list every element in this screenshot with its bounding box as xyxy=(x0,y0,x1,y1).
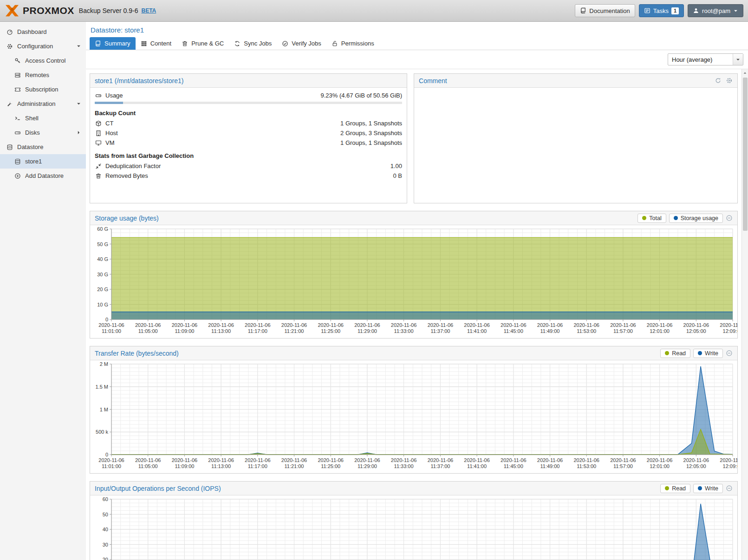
svg-text:11:29:00: 11:29:00 xyxy=(358,463,377,469)
svg-text:2020-11-06: 2020-11-06 xyxy=(537,322,563,328)
sidebar-item-label: Shell xyxy=(25,115,39,122)
database-icon xyxy=(6,144,13,150)
sidebar-item-store1[interactable]: store1 xyxy=(0,154,86,169)
legend-item-total[interactable]: Total xyxy=(637,214,666,223)
legend-label: Write xyxy=(705,350,718,357)
svg-text:50: 50 xyxy=(103,512,108,517)
svg-text:2020-11-06: 2020-11-06 xyxy=(683,322,709,328)
svg-text:11:09:00: 11:09:00 xyxy=(175,463,194,469)
tab-label: Content xyxy=(150,40,172,47)
user-label: root@pam xyxy=(702,7,730,14)
legend-item-write[interactable]: Write xyxy=(693,349,723,358)
tasks-label: Tasks xyxy=(653,7,669,14)
svg-text:2020-11-06: 2020-11-06 xyxy=(172,322,197,328)
beta-link[interactable]: BETA xyxy=(141,7,156,14)
chevron-down-icon xyxy=(733,54,743,65)
terminal-icon xyxy=(14,115,21,122)
svg-text:2020-11-06: 2020-11-06 xyxy=(464,322,489,328)
tab-label: Verify Jobs xyxy=(292,40,321,47)
svg-text:2020-11-06: 2020-11-06 xyxy=(135,457,161,463)
ticket-icon xyxy=(14,86,21,93)
backup-count-row-ct: CT 1 Groups, 1 Snapshots xyxy=(90,118,407,128)
sidebar-item-label: Configuration xyxy=(17,43,53,50)
svg-text:20: 20 xyxy=(103,557,108,560)
svg-text:2020-11-06: 2020-11-06 xyxy=(208,322,234,328)
svg-text:2020-11-06: 2020-11-06 xyxy=(720,457,737,463)
sidebar-item-administration[interactable]: Administration xyxy=(0,97,86,111)
svg-text:2020-11-06: 2020-11-06 xyxy=(208,457,234,463)
backup-count-heading: Backup Count xyxy=(90,105,407,118)
tab-sync-jobs[interactable]: Sync Jobs xyxy=(229,37,277,50)
svg-text:11:05:00: 11:05:00 xyxy=(138,463,158,469)
sidebar-item-disks[interactable]: Disks xyxy=(0,125,86,140)
collapse-icon[interactable] xyxy=(726,215,733,221)
svg-text:2020-11-06: 2020-11-06 xyxy=(501,322,526,328)
collapse-icon[interactable] xyxy=(726,350,733,357)
legend-label: Storage usage xyxy=(681,215,718,221)
chevron-down-icon xyxy=(76,44,81,49)
grid-icon xyxy=(141,40,147,47)
svg-text:500 k: 500 k xyxy=(96,429,108,435)
vertical-scrollbar[interactable] xyxy=(741,69,748,560)
legend-item-write[interactable]: Write xyxy=(693,484,723,493)
svg-text:11:25:00: 11:25:00 xyxy=(321,328,340,334)
collapse-icon[interactable] xyxy=(726,485,733,492)
legend-item-storage-usage[interactable]: Storage usage xyxy=(669,214,723,223)
tab-prune-gc[interactable]: Prune & GC xyxy=(176,37,229,50)
svg-text:2020-11-06: 2020-11-06 xyxy=(391,322,416,328)
sidebar-item-label: Access Control xyxy=(25,57,65,64)
svg-text:60 G: 60 G xyxy=(97,226,108,232)
tab-label: Summary xyxy=(104,40,130,47)
user-menu-button[interactable]: root@pam xyxy=(688,4,743,17)
tab-label: Permissions xyxy=(341,40,374,47)
tab-content[interactable]: Content xyxy=(136,37,177,50)
gc-row-dedup: Deduplication Factor 1.00 xyxy=(90,161,407,171)
svg-text:2020-11-06: 2020-11-06 xyxy=(318,457,343,463)
chevron-right-icon xyxy=(76,130,81,135)
svg-text:2020-11-06: 2020-11-06 xyxy=(281,322,307,328)
row-label: Host xyxy=(105,130,118,137)
documentation-button[interactable]: Documentation xyxy=(575,4,635,17)
sidebar-item-shell[interactable]: Shell xyxy=(0,111,86,125)
scroll-up-button[interactable] xyxy=(742,69,748,77)
svg-text:11:17:00: 11:17:00 xyxy=(248,328,267,334)
task-list-icon xyxy=(644,7,650,14)
tab-summary[interactable]: Summary xyxy=(90,37,136,50)
gear-icon[interactable] xyxy=(726,77,733,84)
row-label: VM xyxy=(105,139,115,146)
svg-text:11:41:00: 11:41:00 xyxy=(467,328,487,334)
brand-text: PROXMOX xyxy=(23,5,74,16)
usage-progress-bar xyxy=(95,102,402,104)
sidebar-item-subscription[interactable]: Subscription xyxy=(0,82,86,97)
svg-text:2020-11-06: 2020-11-06 xyxy=(537,457,563,463)
svg-text:11:57:00: 11:57:00 xyxy=(613,328,633,334)
trash-icon xyxy=(95,173,102,179)
tab-permissions[interactable]: Permissions xyxy=(326,37,379,50)
sidebar-item-add-datastore[interactable]: Add Datastore xyxy=(0,169,86,183)
svg-text:12:05:00: 12:05:00 xyxy=(686,463,706,469)
svg-text:2020-11-06: 2020-11-06 xyxy=(98,322,124,328)
row-value: 1 Groups, 1 Snapshots xyxy=(340,139,402,146)
unlock-icon xyxy=(332,40,338,47)
sidebar-item-datastore[interactable]: Datastore xyxy=(0,140,86,154)
sidebar-item-access-control[interactable]: Access Control xyxy=(0,53,86,68)
sidebar-item-remotes[interactable]: Remotes xyxy=(0,68,86,82)
tab-verify-jobs[interactable]: Verify Jobs xyxy=(277,37,326,50)
svg-text:2020-11-06: 2020-11-06 xyxy=(318,322,343,328)
svg-text:2020-11-06: 2020-11-06 xyxy=(245,457,270,463)
row-value: 1.00 xyxy=(390,163,402,169)
rotate-icon[interactable] xyxy=(715,77,722,84)
documentation-label: Documentation xyxy=(589,7,630,14)
scrollbar-thumb[interactable] xyxy=(743,78,748,231)
legend-label: Read xyxy=(672,350,686,357)
legend-item-read[interactable]: Read xyxy=(660,484,690,493)
legend-dot xyxy=(698,351,702,355)
sidebar: Dashboard Configuration Access Control R… xyxy=(0,22,86,560)
tasks-button[interactable]: Tasks 1 xyxy=(639,4,684,17)
sidebar-item-configuration[interactable]: Configuration xyxy=(0,39,86,53)
timeframe-select[interactable]: Hour (average) xyxy=(668,53,743,65)
legend-item-read[interactable]: Read xyxy=(660,349,690,358)
svg-text:11:33:00: 11:33:00 xyxy=(394,463,414,469)
sidebar-item-dashboard[interactable]: Dashboard xyxy=(0,25,86,39)
legend-dot xyxy=(665,486,669,490)
